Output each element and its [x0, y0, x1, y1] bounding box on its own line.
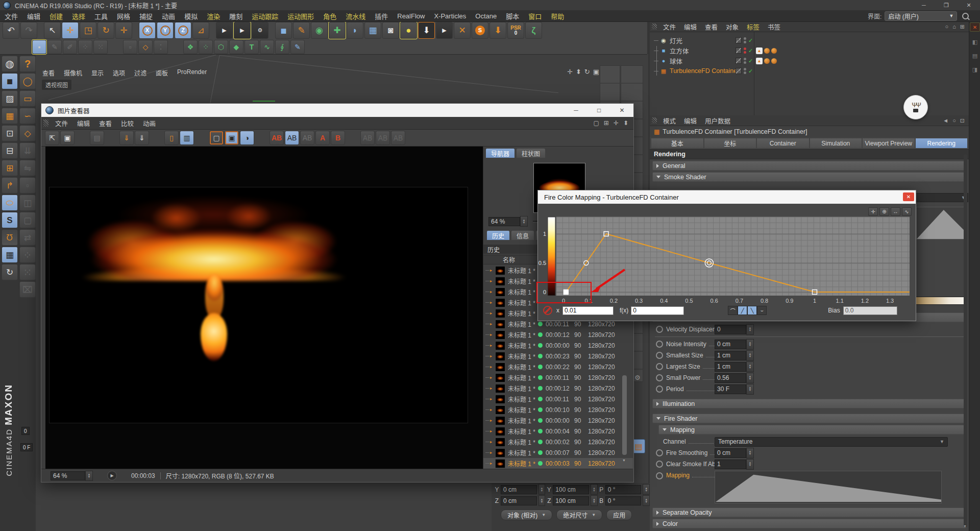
history-row[interactable]: ▸ 未标题 1 * 00:00:00 90 1280x720	[483, 415, 633, 426]
menu-item[interactable]: 捕捉	[135, 10, 157, 22]
morph-icon[interactable]: ◇	[138, 40, 153, 54]
om-home-icon[interactable]: ⌂	[952, 23, 956, 30]
mograph-icon[interactable]: ✚	[329, 22, 346, 39]
stepper-arrows[interactable]: ▲▼	[746, 373, 754, 383]
material-tag-icon[interactable]	[771, 48, 777, 54]
deformers-icon[interactable]: ◗	[347, 22, 363, 39]
pv-menu-item[interactable]: 编辑	[72, 117, 94, 129]
x-input[interactable]	[562, 306, 614, 315]
am-menu-item[interactable]: 用户数据	[701, 115, 734, 126]
object-tfd-container[interactable]: ▦ TurbulenceFD Container ✓ ▲	[650, 66, 969, 76]
smoke-shader-preview[interactable]	[916, 207, 966, 239]
stepper-arrows[interactable]: ▲▼	[746, 384, 754, 395]
tab-container[interactable]: Container	[756, 138, 810, 149]
menu-item[interactable]: Octane	[471, 11, 501, 21]
period-field[interactable]: 30 F	[715, 384, 746, 394]
menu-item[interactable]: 运动跟踪	[247, 10, 283, 22]
pv-split-icon[interactable]: ⊞	[604, 119, 609, 127]
mograph-text-icon[interactable]: T	[244, 40, 259, 54]
sep[interactable]	[133, 22, 138, 38]
rotate-tool-icon[interactable]: ↻	[97, 22, 114, 39]
viewport-pan-icon[interactable]: ✛	[567, 68, 573, 76]
om-menu-item[interactable]: 编辑	[680, 21, 701, 32]
tweak-icon[interactable]: ⬭	[2, 195, 18, 211]
tweak-mode-icon[interactable]: ▪	[32, 40, 46, 54]
tab-histogram[interactable]: 柱状图	[516, 148, 546, 158]
om-search-icon[interactable]: ○	[945, 23, 948, 30]
character-plugin-icon[interactable]: ζ	[525, 22, 542, 39]
pv-menu-item[interactable]: 文件	[51, 117, 72, 129]
tfd-bake-icon[interactable]: ⬇	[418, 22, 435, 39]
visibility-dots[interactable]	[744, 47, 746, 54]
visibility-dots[interactable]	[744, 68, 746, 74]
interface-select[interactable]: 启动 (用户)▼	[885, 11, 957, 21]
sep[interactable]	[150, 131, 163, 144]
move-tool-icon[interactable]: ✛	[62, 22, 79, 39]
history-row[interactable]: ▸ 未标题 1 * 00:00:11 90 1280x720	[483, 372, 633, 383]
menu-item[interactable]: 编辑	[22, 10, 45, 22]
mograph-spline-icon[interactable]: ∮	[275, 40, 289, 54]
om-menu-item[interactable]: 书签	[764, 21, 785, 32]
primitive-cube-icon[interactable]: ■	[275, 22, 292, 39]
sep[interactable]	[169, 40, 182, 54]
center-icon[interactable]: ⌧	[19, 281, 36, 298]
generators-icon[interactable]: ◉	[311, 22, 328, 39]
set-a-icon[interactable]: A	[315, 131, 330, 145]
pv-scale-icon[interactable]: ⬍	[623, 119, 628, 127]
help-icon[interactable]: ?	[19, 56, 36, 72]
pv-menu-item[interactable]: 动画	[138, 117, 160, 129]
rot-p-field[interactable]: 0 °	[605, 485, 642, 494]
history-row[interactable]: ▸ 未标题 1 * 00:00:04 90 1280x720	[483, 426, 633, 437]
menu-item[interactable]: 窗口	[524, 10, 546, 22]
om-menu-item[interactable]: 查看	[701, 21, 722, 32]
lock-workplane-icon[interactable]: ▦	[2, 247, 18, 263]
lasso-select-icon[interactable]: ∽	[19, 108, 36, 124]
history-row[interactable]: ▸ 未标题 1 * 00:00:07 90 1280x720	[483, 447, 633, 458]
apply-button[interactable]: 应用	[606, 510, 632, 520]
z-lock-icon[interactable]: Z	[175, 22, 191, 39]
mograph-fracture-icon[interactable]: ⬡	[214, 40, 228, 54]
section-general[interactable]: General	[652, 161, 966, 171]
keys-icon[interactable]: ⁚	[154, 40, 168, 54]
set-ab-icon[interactable]: AB	[270, 131, 284, 145]
material-tag-icon[interactable]	[764, 58, 770, 64]
om-menu-item[interactable]: 对象	[722, 21, 743, 32]
globe-icon[interactable]: ◍	[2, 56, 18, 72]
ease-in-button[interactable]: ⌒	[728, 306, 738, 315]
fire-smoothing-field[interactable]: 0 cm	[715, 448, 746, 458]
viewport-toggle-icon[interactable]: ▣	[593, 68, 599, 76]
history-row[interactable]: ▸ 未标题 1 * 00:00:10 90 1280x720	[483, 404, 633, 415]
sep[interactable]	[255, 131, 268, 144]
rot-b-field[interactable]: 0 °	[605, 496, 642, 505]
keyframe-radio[interactable]	[656, 352, 663, 359]
maximize-button[interactable]: ❐	[935, 2, 958, 9]
tfd-emitter-tag-icon[interactable]: ▲	[756, 47, 763, 54]
viewport-menu-item[interactable]: 显示	[88, 67, 107, 78]
section-fire-shader[interactable]: Fire Shader	[652, 414, 966, 423]
stepper-arrows[interactable]: ▲▼	[746, 448, 754, 458]
workplane-icon[interactable]: ▦	[2, 108, 18, 124]
sep[interactable]	[210, 22, 215, 38]
live-selection-icon[interactable]: ↖	[44, 22, 61, 39]
search-icon[interactable]	[962, 13, 969, 19]
paint-setup-icon[interactable]: ✎	[47, 40, 62, 54]
menu-item[interactable]: 帮助	[546, 10, 569, 22]
menu-item[interactable]: 脚本	[501, 10, 524, 22]
keyframe-radio[interactable]	[656, 363, 663, 370]
curve-pan-icon[interactable]: ✛	[868, 207, 878, 216]
render-view-icon[interactable]: ▶	[216, 22, 233, 39]
pv-move-icon[interactable]: ✛	[614, 119, 619, 127]
tab-navigator[interactable]: 导航器	[485, 148, 515, 158]
sep[interactable]	[76, 131, 89, 144]
menu-item[interactable]: 选择	[67, 10, 90, 22]
minimize-button[interactable]: ─	[913, 2, 935, 9]
poly-select-icon[interactable]: ◇	[19, 125, 36, 141]
camera-icon[interactable]: ◙	[382, 22, 399, 39]
material-tag-icon[interactable]	[771, 58, 777, 64]
layer-color-chip[interactable]	[736, 37, 742, 43]
pv-menu-item[interactable]: 查看	[94, 117, 116, 129]
layer-color-chip[interactable]	[736, 58, 742, 64]
tab-rendering[interactable]: Rendering	[915, 138, 968, 149]
dock-icon[interactable]: ◨	[972, 66, 977, 73]
pv-title-bar[interactable]: 图片查看器 ─ □ ✕	[41, 104, 633, 117]
